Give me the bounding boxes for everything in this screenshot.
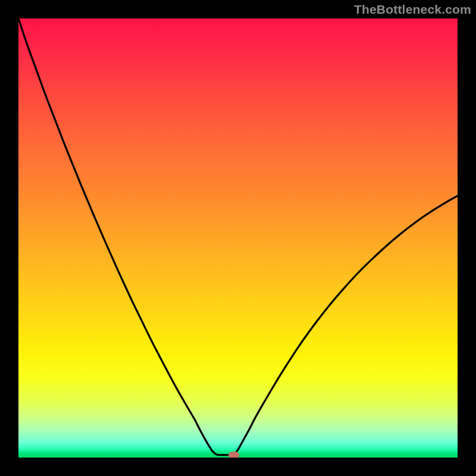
- bottleneck-curve: [18, 18, 458, 458]
- watermark-text: TheBottleneck.com: [354, 2, 471, 17]
- plot-area: [18, 18, 458, 458]
- optimal-marker: [228, 452, 239, 458]
- chart-frame: TheBottleneck.com: [0, 0, 476, 476]
